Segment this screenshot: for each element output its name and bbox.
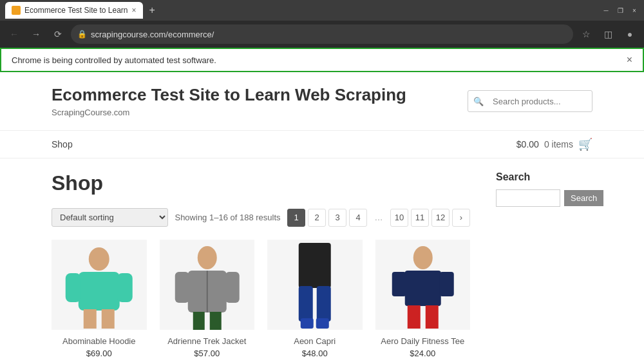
shop-toolbar: Default sorting Sort by popularity Sort … — [52, 208, 470, 227]
result-count: Showing 1–16 of 188 results — [175, 213, 280, 222]
reload-button[interactable]: ⟳ — [49, 25, 67, 43]
tab-title: Ecommerce Test Site to Learn — [24, 6, 128, 15]
tab-bar: Ecommerce Test Site to Learn × + ─ ❐ × — [0, 0, 644, 21]
svg-rect-17 — [316, 318, 329, 329]
page-btn-3[interactable]: 3 — [328, 209, 346, 227]
product-name-2: Adrienne Trek Jacket — [160, 336, 255, 346]
secure-icon: 🔒 — [77, 30, 87, 39]
svg-rect-8 — [175, 272, 189, 303]
forward-button[interactable]: → — [27, 25, 45, 43]
sidebar-search-input[interactable] — [496, 189, 560, 207]
products-grid: Abominable Hoodie $69.00 — [52, 240, 470, 358]
svg-rect-23 — [425, 305, 438, 329]
product-name-1: Abominable Hoodie — [52, 336, 147, 346]
svg-rect-2 — [66, 273, 81, 302]
svg-rect-20 — [392, 272, 406, 296]
tab-close-icon[interactable]: × — [132, 6, 137, 15]
minimize-button[interactable]: ─ — [601, 6, 611, 15]
svg-rect-1 — [79, 272, 120, 311]
header-search-icon: 🔍 — [468, 97, 489, 106]
svg-rect-9 — [225, 272, 239, 303]
cart-icon: 🛒 — [578, 137, 592, 151]
product-card-4[interactable]: Aero Daily Fitness Tee $24.00 — [375, 240, 471, 358]
address-bar[interactable]: 🔒 scrapingcourse.com/ecommerce/ — [71, 24, 573, 44]
page-btn-2[interactable]: 2 — [308, 209, 326, 227]
main-content: Shop Default sorting Sort by popularity … — [0, 158, 644, 364]
svg-point-18 — [413, 246, 432, 269]
back-button[interactable]: ← — [5, 25, 23, 43]
svg-rect-13 — [299, 243, 331, 288]
product-price-4: $24.00 — [375, 349, 471, 358]
page-btn-10[interactable]: 10 — [390, 209, 408, 227]
product-name-3: Aeon Capri — [267, 336, 363, 346]
nav-menu-item-shop[interactable]: Shop — [52, 139, 73, 149]
svg-rect-22 — [407, 305, 420, 329]
sidebar-search-title: Search — [496, 171, 592, 183]
sidebar: Search Search — [496, 171, 592, 358]
product-card-2[interactable]: Adrienne Trek Jacket $57.00 — [160, 240, 255, 358]
product-price-3: $48.00 — [267, 349, 363, 358]
chrome-sidebar-icon[interactable]: ◫ — [599, 25, 617, 43]
page-btn-1[interactable]: 1 — [287, 209, 305, 227]
svg-rect-19 — [404, 271, 440, 306]
cart-area[interactable]: $0.00 0 items 🛒 — [516, 137, 592, 151]
product-image-2 — [160, 240, 255, 330]
automation-banner-text: Chrome is being controlled by automated … — [12, 55, 216, 65]
restore-button[interactable]: ❐ — [616, 6, 625, 15]
product-image-3 — [267, 240, 363, 330]
shop-area: Shop Default sorting Sort by popularity … — [52, 171, 470, 358]
nav-menu: Shop — [52, 139, 73, 149]
browser-chrome: Ecommerce Test Site to Learn × + ─ ❐ × ←… — [0, 0, 644, 72]
page-btn-4[interactable]: 4 — [349, 209, 367, 227]
svg-point-0 — [89, 247, 109, 271]
automation-banner: Chrome is being controlled by automated … — [0, 48, 644, 72]
site-header: Ecommerce Test Site to Learn Web Scrapin… — [0, 72, 644, 131]
address-text: scrapingcourse.com/ecommerce/ — [91, 30, 567, 39]
pagination: 1 2 3 4 … 10 11 12 › — [287, 209, 470, 227]
svg-rect-3 — [117, 273, 133, 302]
product-price-2: $57.00 — [160, 349, 255, 358]
svg-rect-21 — [439, 272, 453, 296]
product-image-4 — [375, 240, 471, 330]
header-search-input[interactable] — [489, 97, 592, 106]
page-btn-11[interactable]: 11 — [411, 209, 429, 227]
cart-amount: $0.00 — [516, 139, 539, 149]
nav-actions: ☆ ◫ ● — [577, 25, 639, 43]
cart-items: 0 items — [544, 139, 573, 149]
site-tagline: ScrapingCourse.com — [52, 108, 406, 117]
window-controls: ─ ❐ × — [601, 6, 639, 15]
svg-rect-12 — [209, 312, 221, 330]
product-image-1 — [52, 240, 147, 330]
svg-rect-14 — [299, 286, 313, 321]
sort-select[interactable]: Default sorting Sort by popularity Sort … — [52, 208, 168, 227]
svg-rect-16 — [301, 318, 314, 329]
svg-rect-11 — [193, 312, 204, 330]
bookmark-icon[interactable]: ☆ — [577, 25, 595, 43]
svg-rect-4 — [84, 309, 97, 329]
active-tab[interactable]: Ecommerce Test Site to Learn × — [5, 2, 143, 19]
sidebar-search: Search — [496, 189, 592, 207]
sidebar-search-button[interactable]: Search — [564, 190, 603, 206]
svg-rect-5 — [102, 309, 115, 329]
website-content: Ecommerce Test Site to Learn Web Scrapin… — [0, 72, 644, 364]
product-card-3[interactable]: Aeon Capri $48.00 — [267, 240, 363, 358]
product-card-1[interactable]: Abominable Hoodie $69.00 — [52, 240, 147, 358]
product-name-4: Aero Daily Fitness Tee — [375, 336, 471, 346]
site-nav: Shop $0.00 0 items 🛒 — [0, 131, 644, 158]
product-price-1: $69.00 — [52, 349, 147, 358]
svg-point-6 — [197, 246, 216, 269]
page-btn-next[interactable]: › — [452, 209, 470, 227]
svg-rect-15 — [317, 286, 331, 321]
shop-title: Shop — [52, 171, 470, 195]
header-search[interactable]: 🔍 — [468, 90, 592, 112]
site-branding: Ecommerce Test Site to Learn Web Scrapin… — [52, 85, 406, 117]
profile-icon[interactable]: ● — [621, 25, 639, 43]
site-title: Ecommerce Test Site to Learn Web Scrapin… — [52, 85, 406, 105]
tab-favicon — [12, 6, 21, 15]
page-btn-dots: … — [370, 209, 388, 227]
new-tab-button[interactable]: + — [146, 5, 159, 16]
automation-banner-close[interactable]: × — [627, 54, 632, 66]
nav-bar: ← → ⟳ 🔒 scrapingcourse.com/ecommerce/ ☆ … — [0, 21, 644, 48]
close-button[interactable]: × — [630, 6, 639, 15]
page-btn-12[interactable]: 12 — [431, 209, 450, 227]
